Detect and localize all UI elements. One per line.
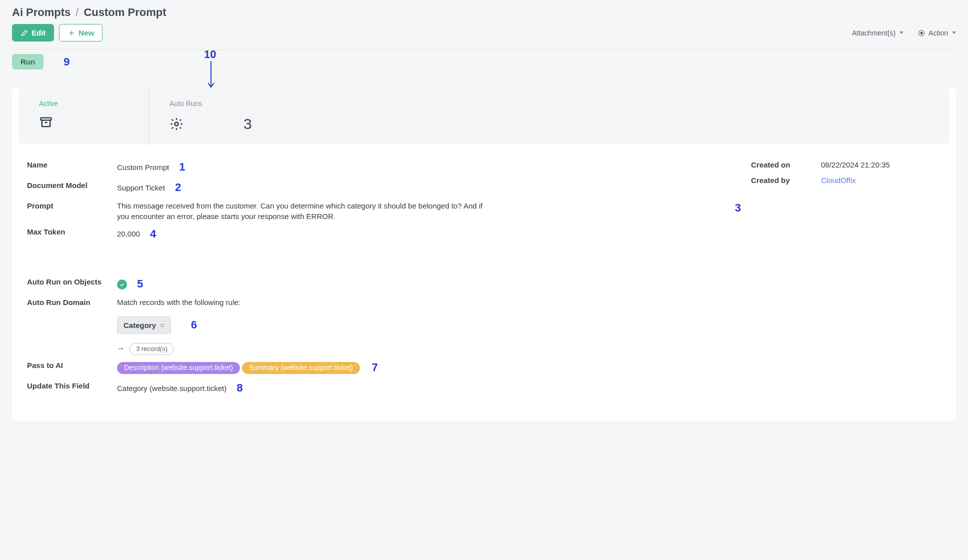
kpi-active[interactable]: Active (19, 88, 149, 144)
run-button[interactable]: Run (12, 54, 44, 70)
edit-label: Edit (32, 28, 46, 37)
arrow-right-icon: → (117, 344, 124, 352)
svg-rect-3 (41, 118, 52, 120)
value-created-on: 08/22/2024 21:20:35 (821, 160, 890, 170)
value-created-by[interactable]: CloudOffix (821, 175, 856, 186)
gear-icon (170, 117, 184, 131)
kpi-autoruns[interactable]: Auto Runs 3 (149, 88, 279, 144)
value-model: Support Ticket (117, 182, 165, 193)
annotation-2: 2 (175, 180, 181, 196)
annotation-4: 4 (150, 226, 156, 242)
annotation-6: 6 (191, 318, 197, 333)
label-prompt: Prompt (27, 200, 117, 210)
label-created-by: Created by (751, 175, 821, 184)
annotation-7: 7 (372, 360, 378, 376)
breadcrumb-current: Custom Prompt (84, 6, 166, 19)
label-maxtoken: Max Token (27, 226, 117, 236)
label-model: Document Model (27, 180, 117, 190)
action-label: Action (928, 29, 948, 37)
annotation-8: 8 (236, 380, 242, 396)
svg-point-1 (920, 32, 922, 34)
chevron-down-icon (900, 32, 904, 34)
check-icon (117, 280, 127, 290)
domain-chip-field: Category (124, 320, 156, 330)
tag-pill[interactable]: Summary (website.support.ticket) (242, 362, 360, 374)
value-update-field: Category (website.support.ticket) (117, 383, 226, 394)
edit-button[interactable]: Edit (12, 24, 54, 42)
label-pass-to-ai: Pass to AI (27, 360, 117, 370)
label-autorun-obj: Auto Run on Objects (27, 276, 117, 286)
label-created-on: Created on (751, 160, 821, 169)
annotation-5: 5 (137, 276, 143, 292)
breadcrumb-sep: / (76, 6, 78, 19)
annotation-1: 1 (179, 160, 185, 175)
svg-point-4 (175, 122, 178, 126)
attachments-label: Attachment(s) (852, 29, 896, 37)
value-prompt: This message received from the customer.… (117, 200, 487, 222)
domain-intro: Match records with the following rule: (117, 297, 726, 308)
pencil-icon (20, 29, 28, 37)
tag-pill[interactable]: Description (website.support.ticket) (117, 362, 240, 374)
domain-chip-op: = (160, 320, 164, 330)
value-maxtoken: 20,000 (117, 228, 140, 239)
breadcrumb: Ai Prompts / Custom Prompt (12, 6, 956, 19)
main-panel: Active Auto Runs 3 Name Custom Prompt (12, 88, 956, 421)
target-icon (918, 29, 926, 37)
attachments-dropdown[interactable]: Attachment(s) (852, 29, 904, 37)
plus-icon (68, 29, 76, 37)
kpi-row: Active Auto Runs 3 (19, 88, 949, 144)
kpi-autoruns-title: Auto Runs (170, 100, 259, 108)
label-autorun-domain: Auto Run Domain (27, 297, 117, 306)
annotation-3: 3 (735, 200, 741, 216)
kpi-active-title: Active (39, 100, 129, 108)
new-button[interactable]: New (59, 24, 102, 42)
annotation-9: 9 (64, 56, 70, 68)
label-update-field: Update This Field (27, 380, 117, 390)
action-dropdown[interactable]: Action (918, 29, 956, 37)
chevron-down-icon (952, 32, 956, 34)
annotation-arrow-10 (207, 61, 217, 91)
value-name: Custom Prompt (117, 162, 169, 172)
new-label: New (78, 28, 94, 37)
run-label: Run (20, 58, 35, 66)
records-count-chip[interactable]: 3 record(s) (130, 343, 174, 355)
breadcrumb-root[interactable]: Ai Prompts (12, 6, 70, 19)
pass-to-ai-tags: Description (website.support.ticket)Summ… (117, 362, 362, 374)
label-name: Name (27, 160, 117, 169)
domain-chip[interactable]: Category = (117, 316, 171, 334)
archive-icon (39, 116, 53, 130)
annotation-10: 10 (204, 48, 216, 61)
kpi-autoruns-value: 3 (244, 116, 252, 132)
